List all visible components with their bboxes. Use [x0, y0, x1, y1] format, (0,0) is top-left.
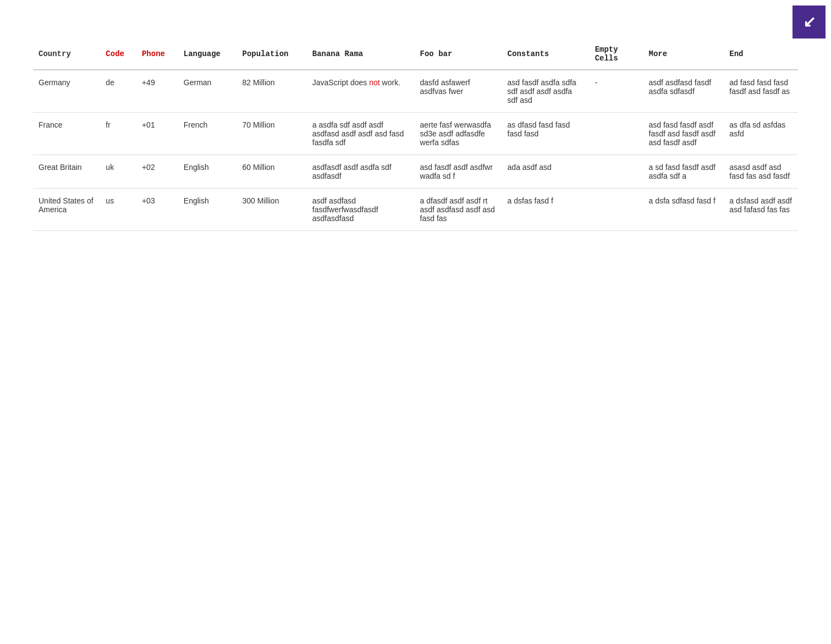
cell-foobar: aerte fasf werwasdfa sd3e asdf adfasdfe … [415, 113, 502, 155]
cell-country: United States of America [33, 189, 100, 231]
cell-end: ad fasd fasd fasd fasdf asd fasdf as [724, 70, 798, 113]
cell-phone: +49 [136, 70, 178, 113]
cell-code: fr [100, 113, 136, 155]
cell-population: 82 Million [237, 70, 307, 113]
cell-population: 300 Million [237, 189, 307, 231]
cell-foobar: a dfasdf asdf asdf rt asdf asdfasd asdf … [415, 189, 502, 231]
cell-language: English [178, 189, 237, 231]
table-row: France fr +01 French 70 Million a asdfa … [33, 113, 798, 155]
cell-constants: asd fasdf asdfa sdfa sdf asdf asdf asdfa… [502, 70, 590, 113]
cell-population: 60 Million [237, 155, 307, 189]
cell-phone: +01 [136, 113, 178, 155]
table-header-row: Country Code Phone Language Population B… [33, 38, 798, 70]
cell-empty [590, 155, 643, 189]
cell-code: us [100, 189, 136, 231]
logo-icon: ↙ [803, 14, 816, 30]
col-header-end: End [724, 38, 798, 70]
cell-end: asasd asdf asd fasd fas asd fasdf [724, 155, 798, 189]
col-header-empty: EmptyCells [590, 38, 643, 70]
page: ↙ Country Code Phone Language Population… [0, 0, 831, 644]
cell-constants: ada asdf asd [502, 155, 590, 189]
cell-more: asdf asdfasd fasdf asdfa sdfasdf [643, 70, 724, 113]
cell-empty [590, 113, 643, 155]
cell-more: a dsfa sdfasd fasd f [643, 189, 724, 231]
cell-end: a dsfasd asdf asdf asd fafasd fas fas [724, 189, 798, 231]
cell-language: English [178, 155, 237, 189]
cell-end: as dfa sd asfdas asfd [724, 113, 798, 155]
table-row: Great Britain uk +02 English 60 Million … [33, 155, 798, 189]
cell-population: 70 Million [237, 113, 307, 155]
cell-banana: asdfasdf asdf asdfa sdf asdfasdf [307, 155, 415, 189]
table-row: United States of America us +03 English … [33, 189, 798, 231]
banana-highlight: not [369, 78, 379, 87]
cell-code: de [100, 70, 136, 113]
col-header-code: Code [100, 38, 136, 70]
cell-country: Germany [33, 70, 100, 113]
cell-constants: a dsfas fasd f [502, 189, 590, 231]
col-header-constants: Constants [502, 38, 590, 70]
cell-country: Great Britain [33, 155, 100, 189]
cell-more: asd fasd fasdf asdf fasdf asd fasdf asdf… [643, 113, 724, 155]
col-header-language: Language [178, 38, 237, 70]
cell-language: French [178, 113, 237, 155]
cell-constants: as dfasd fasd fasd fasd fasd [502, 113, 590, 155]
cell-code: uk [100, 155, 136, 189]
cell-more: a sd fasd fasdf asdf asdfa sdf a [643, 155, 724, 189]
cell-empty [590, 189, 643, 231]
main-table: Country Code Phone Language Population B… [33, 38, 798, 231]
table-row: Germany de +49 German 82 Million JavaScr… [33, 70, 798, 113]
cell-phone: +03 [136, 189, 178, 231]
cell-foobar: asd fasdf asdf asdfwr wadfa sd f [415, 155, 502, 189]
cell-country: France [33, 113, 100, 155]
cell-banana: a asdfa sdf asdf asdf asdfasd asdf asdf … [307, 113, 415, 155]
logo-area: ↙ [793, 5, 826, 38]
cell-banana: asdf asdfasd fasdfwerfwasdfasdf asdfasdf… [307, 189, 415, 231]
col-header-banana: Banana Rama [307, 38, 415, 70]
cell-banana: JavaScript does not work. [307, 70, 415, 113]
col-header-foobar: Foo bar [415, 38, 502, 70]
cell-foobar: dasfd asfawerf asdfvas fwer [415, 70, 502, 113]
col-header-phone: Phone [136, 38, 178, 70]
cell-phone: +02 [136, 155, 178, 189]
col-header-more: More [643, 38, 724, 70]
cell-language: German [178, 70, 237, 113]
cell-empty: - [590, 70, 643, 113]
col-header-country: Country [33, 38, 100, 70]
col-header-population: Population [237, 38, 307, 70]
